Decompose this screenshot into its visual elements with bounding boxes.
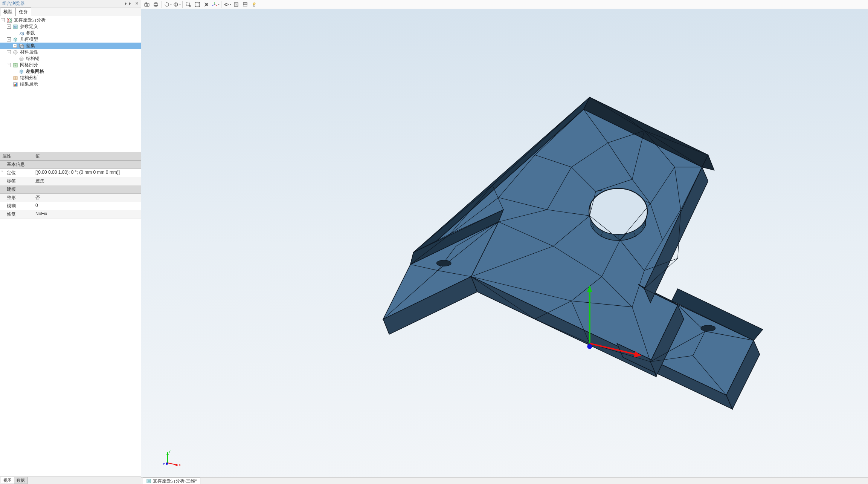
tree-diff-mesh[interactable]: 差集网格 — [0, 68, 141, 75]
svg-point-16 — [146, 4, 148, 6]
document-tab[interactable]: 支撑座受力分析-三维* — [143, 478, 200, 484]
tree-steel[interactable]: 结构钢 — [0, 55, 141, 62]
tree-param-def[interactable]: − fx 参数定义 — [0, 23, 141, 30]
svg-point-27 — [226, 4, 227, 5]
param-icon: X(t) — [18, 30, 24, 36]
tree-param[interactable]: X(t) 参数 — [0, 30, 141, 36]
display-mode-icon[interactable] — [232, 1, 240, 8]
document-tab-label: 支撑座受力分析-三维* — [153, 478, 197, 484]
print-icon[interactable] — [152, 1, 160, 8]
svg-point-7 — [14, 51, 15, 52]
axis-x-label: x — [179, 463, 181, 467]
prop-label: 标签 — [0, 177, 33, 185]
property-row[interactable]: 修复 NoFix — [0, 210, 141, 219]
prop-label: 模糊 — [0, 202, 33, 210]
prop-label: 修复 — [0, 210, 33, 218]
category-model[interactable]: 建模 — [0, 185, 141, 194]
category-basic[interactable]: 基本信息 — [0, 161, 141, 169]
svg-point-31 — [253, 3, 255, 5]
bottom-tabs: 视图 数据 — [0, 476, 141, 484]
prop-value[interactable]: 差集 — [33, 177, 141, 185]
tree-root[interactable]: − 支撑座受力分析 — [0, 17, 141, 23]
panel-header-controls: ⏵⏵ ✕ — [124, 1, 139, 6]
viewport-3d[interactable]: y x z — [141, 9, 868, 477]
globe-icon[interactable]: ▾ — [172, 1, 181, 8]
orientation-axes-widget[interactable]: y x z — [160, 447, 183, 470]
chevron-right-icon[interactable]: › — [2, 169, 3, 173]
svg-point-65 — [166, 463, 168, 465]
svg-rect-13 — [15, 84, 16, 86]
property-header: 属性 值 — [0, 152, 141, 161]
axis-z-label: z — [163, 462, 165, 466]
analysis-icon — [12, 75, 18, 81]
prop-value[interactable]: [(0.00 0.00 1.00); 0 °; (0 mm 0 mm 0 mm)… — [33, 169, 141, 177]
camera-icon[interactable] — [143, 1, 151, 8]
tree-geom[interactable]: − 几何模型 — [0, 36, 141, 43]
svg-rect-14 — [16, 83, 17, 86]
expander-icon[interactable]: − — [7, 25, 11, 29]
zoom-window-icon[interactable] — [184, 1, 192, 8]
tab-model[interactable]: 模型 — [0, 8, 16, 16]
header-property: 属性 — [0, 152, 33, 160]
params-icon: fx — [12, 24, 18, 30]
tree-label: 参数 — [26, 30, 35, 36]
svg-rect-5 — [21, 45, 24, 48]
property-grid: 属性 值 基本信息 › 定位 [(0.00 0.00 1.00); 0 °; (… — [0, 152, 141, 476]
left-panel: 组合浏览器 ⏵⏵ ✕ 模型 任务 − 支撑座受力分析 − fx 参数定义 — [0, 0, 141, 484]
header-value: 值 — [33, 152, 42, 160]
property-row[interactable]: › 定位 [(0.00 0.00 1.00); 0 °; (0 mm 0 mm … — [0, 169, 141, 177]
light-icon[interactable] — [250, 1, 258, 8]
rotate-icon[interactable]: ▾ — [163, 1, 172, 8]
expander-icon[interactable]: − — [7, 50, 11, 54]
visibility-icon[interactable]: ▾ — [223, 1, 231, 8]
tree-label: 结果展示 — [20, 81, 38, 87]
material-icon — [12, 49, 18, 55]
tree-label: 材料属性 — [20, 49, 38, 55]
property-row[interactable]: 整形 否 — [0, 194, 141, 202]
prop-value[interactable]: 0 — [33, 202, 141, 210]
tree-label: 几何模型 — [20, 36, 38, 43]
svg-rect-30 — [243, 3, 247, 5]
prop-label: 整形 — [0, 194, 33, 202]
svg-marker-64 — [175, 464, 178, 466]
property-row[interactable]: 标签 差集 — [0, 177, 141, 185]
zoom-select-icon[interactable] — [202, 1, 211, 8]
panel-header: 组合浏览器 ⏵⏵ ✕ — [0, 0, 141, 8]
property-row[interactable]: 模糊 0 — [0, 202, 141, 210]
prop-value[interactable]: 否 — [33, 194, 141, 202]
difference-icon — [18, 43, 24, 49]
expander-icon[interactable]: + — [13, 44, 17, 48]
tree-diff[interactable]: + 差集 — [0, 43, 141, 49]
svg-point-54 — [436, 260, 451, 266]
prop-value[interactable]: NoFix — [33, 210, 141, 218]
pin-icon[interactable]: ⏵⏵ — [124, 1, 132, 6]
axes-icon[interactable]: ▾ — [211, 1, 220, 8]
tree-label: 支撑座受力分析 — [14, 17, 46, 23]
mesh-model[interactable] — [141, 9, 868, 477]
result-icon — [12, 81, 18, 87]
project-icon — [6, 17, 12, 23]
expander-icon[interactable]: − — [7, 63, 11, 67]
expander-icon[interactable]: − — [7, 37, 11, 41]
panel-title: 组合浏览器 — [2, 0, 25, 7]
svg-rect-23 — [186, 3, 189, 6]
close-icon[interactable]: ✕ — [135, 1, 139, 6]
svg-rect-66 — [147, 479, 151, 483]
browser-tabs: 模型 任务 — [0, 8, 141, 16]
tab-task[interactable]: 任务 — [15, 8, 31, 16]
document-icon — [146, 478, 151, 484]
tree-result[interactable]: 结果展示 — [0, 81, 141, 87]
svg-text:X(t): X(t) — [19, 32, 24, 35]
tree-label: 结构钢 — [26, 55, 40, 62]
bottom-tab-data[interactable]: 数据 — [14, 477, 27, 484]
bottom-tab-view[interactable]: 视图 — [1, 477, 14, 484]
tree-material[interactable]: − 材料属性 — [0, 49, 141, 55]
model-tree: − 支撑座受力分析 − fx 参数定义 X(t) 参数 − — [0, 16, 141, 152]
tree-mesh[interactable]: − 网格剖分 — [0, 62, 141, 68]
svg-rect-17 — [146, 3, 147, 3]
clip-icon[interactable] — [241, 1, 249, 8]
svg-rect-19 — [155, 3, 157, 4]
tree-struct-analysis[interactable]: 结构分析 — [0, 75, 141, 81]
expander-icon[interactable]: − — [1, 18, 5, 22]
zoom-fit-icon[interactable] — [193, 1, 201, 8]
